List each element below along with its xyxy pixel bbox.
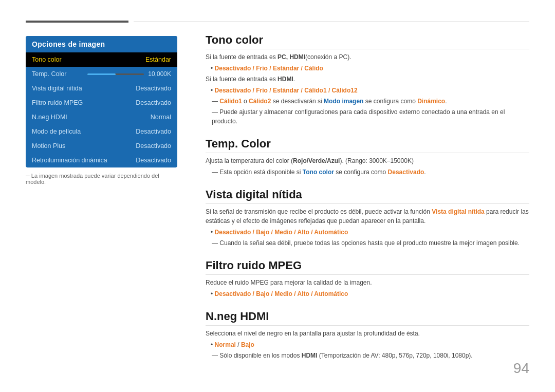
- menu-item-nneg-hdmi[interactable]: N.neg HDMI Normal: [26, 110, 177, 124]
- bajo-link: Bajo: [241, 341, 254, 348]
- menu-title: Opciones de imagen: [26, 36, 177, 52]
- dash-temp-color: Esta opción está disponible si Tono colo…: [212, 167, 529, 177]
- bullet-vista-digital: Desactivado / Bajo / Medio / Alto / Auto…: [211, 228, 529, 237]
- dash-nneg-hdmi: Sólo disponible en los modos HDMI (Tempo…: [212, 351, 529, 360]
- menu-item-vista-digital[interactable]: Vista digital nítida Desactivado: [26, 81, 177, 96]
- dash-vista-digital: Cuando la señal sea débil, pruebe todas …: [212, 238, 529, 248]
- section-temp-color: Temp. Color Ajusta la temperatura del co…: [206, 137, 529, 177]
- bullet-filtro-ruido-text: Desactivado / Bajo / Medio / Alto / Auto…: [215, 290, 348, 297]
- vista-digital-link: Vista digital nítida: [432, 208, 484, 215]
- section-title-vista-digital: Vista digital nítida: [206, 188, 529, 204]
- menu-item-label: Tono color: [32, 56, 62, 63]
- panel-note: La imagen mostrada puede variar dependie…: [26, 173, 180, 185]
- section-filtro-ruido: Filtro ruido MPEG Reduce el ruido MPEG p…: [206, 259, 529, 298]
- page-number: 94: [513, 360, 529, 377]
- top-line-dark: [26, 21, 128, 23]
- menu-item-temp-color[interactable]: Temp. Color 10,000K: [26, 67, 177, 81]
- bullet-tono-color-1: Desactivado / Frío / Estándar / Cálido: [211, 64, 529, 73]
- menu-item-modo-pelicula[interactable]: Modo de película Desactivado: [26, 124, 177, 139]
- section-title-filtro-ruido: Filtro ruido MPEG: [206, 259, 529, 275]
- inline-hdmi: HDMI: [278, 76, 293, 83]
- menu-item-value: Desactivado: [136, 85, 171, 92]
- menu-item-value: Desactivado: [136, 99, 171, 106]
- rojo-verde-azul: Rojo/Verde/Azul: [293, 157, 340, 164]
- menu-item-label: Motion Plus: [32, 142, 65, 150]
- bullet-nneg-hdmi: Normal / Bajo: [211, 340, 529, 349]
- section-desc-nneg-hdmi: Selecciona el nivel de negro en la panta…: [206, 329, 529, 338]
- slider-fill: [87, 73, 116, 75]
- section-desc-filtro-ruido: Reduce el ruido MPEG para mejorar la cal…: [206, 278, 529, 287]
- normal-link: Normal: [215, 341, 236, 348]
- dash-tono-color-1: Cálido1 o Cálido2 se desactivarán si Mod…: [212, 97, 529, 106]
- menu-item-filtro-ruido[interactable]: Filtro ruido MPEG Desactivado: [26, 96, 177, 110]
- left-panel: Opciones de imagen Tono color Estándar T…: [26, 36, 180, 185]
- hdmi-bold: HDMI: [302, 352, 318, 359]
- menu-item-label: Vista digital nítida: [32, 85, 82, 92]
- section-nneg-hdmi: N.neg HDMI Selecciona el nivel de negro …: [206, 310, 529, 360]
- calido1: Cálido1: [219, 98, 242, 105]
- menu-item-label: Modo de película: [32, 128, 81, 135]
- calido2: Cálido2: [249, 98, 271, 105]
- bullet-tono-color-2: Desactivado / Frío / Estándar / Cálido1 …: [211, 86, 529, 95]
- menu-item-value: Normal: [151, 114, 171, 121]
- menu-box: Opciones de imagen Tono color Estándar T…: [26, 36, 177, 167]
- section-desc-tono-color-2: Si la fuente de entrada es HDMI.: [206, 74, 529, 84]
- top-decorative-lines: [0, 21, 555, 23]
- section-vista-digital: Vista digital nítida Si la señal de tran…: [206, 188, 529, 248]
- menu-item-label: N.neg HDMI: [32, 114, 67, 121]
- menu-item-label: Retroiluminación dinámica: [32, 157, 107, 164]
- section-desc-tono-color-1: Si la fuente de entrada es PC, HDMI(cone…: [206, 52, 529, 62]
- bullet-text-orange: Desactivado / Frío / Estándar / Cálido: [215, 65, 323, 72]
- menu-item-value: Desactivado: [136, 157, 171, 164]
- section-desc-temp-color: Ajusta la temperatura del color (Rojo/Ve…: [206, 156, 529, 165]
- menu-item-value: Estándar: [145, 56, 171, 63]
- menu-item-motion-plus[interactable]: Motion Plus Desactivado: [26, 139, 177, 153]
- tono-color-link: Tono color: [303, 169, 334, 176]
- menu-item-tono-color[interactable]: Tono color Estándar: [26, 52, 177, 67]
- menu-item-label: Filtro ruido MPEG: [32, 99, 83, 106]
- section-title-nneg-hdmi: N.neg HDMI: [206, 310, 529, 326]
- inline-pc-hdmi: PC, HDMI: [278, 53, 305, 61]
- bullet-filtro-ruido: Desactivado / Bajo / Medio / Alto / Auto…: [211, 289, 529, 298]
- bullet-text-orange2: Desactivado / Frío / Estándar / Cálido1 …: [215, 87, 358, 94]
- menu-item-label: Temp. Color: [32, 70, 66, 78]
- section-desc-vista-digital: Si la señal de transmisión que recibe el…: [206, 207, 529, 226]
- desactivado-link: Desactivado: [388, 169, 424, 176]
- dash-tono-color-2: Puede ajustar y almacenar configuracione…: [212, 107, 529, 126]
- slider-track: [87, 73, 144, 75]
- menu-item-value: Desactivado: [136, 128, 171, 135]
- bullet-vista-digital-text: Desactivado / Bajo / Medio / Alto / Auto…: [215, 229, 348, 236]
- right-content: Tono color Si la fuente de entrada es PC…: [206, 33, 529, 371]
- modo-imagen-link: Modo imagen: [324, 98, 363, 105]
- slider-value: 10,000K: [148, 70, 171, 78]
- menu-item-retroiluminacion[interactable]: Retroiluminación dinámica Desactivado: [26, 153, 177, 167]
- section-title-temp-color: Temp. Color: [206, 137, 529, 153]
- top-line-light: [134, 22, 529, 22]
- section-tono-color: Tono color Si la fuente de entrada es PC…: [206, 33, 529, 126]
- section-title-tono-color: Tono color: [206, 33, 529, 49]
- menu-item-value: Desactivado: [136, 142, 171, 150]
- dinamico: Dinámico: [417, 98, 445, 105]
